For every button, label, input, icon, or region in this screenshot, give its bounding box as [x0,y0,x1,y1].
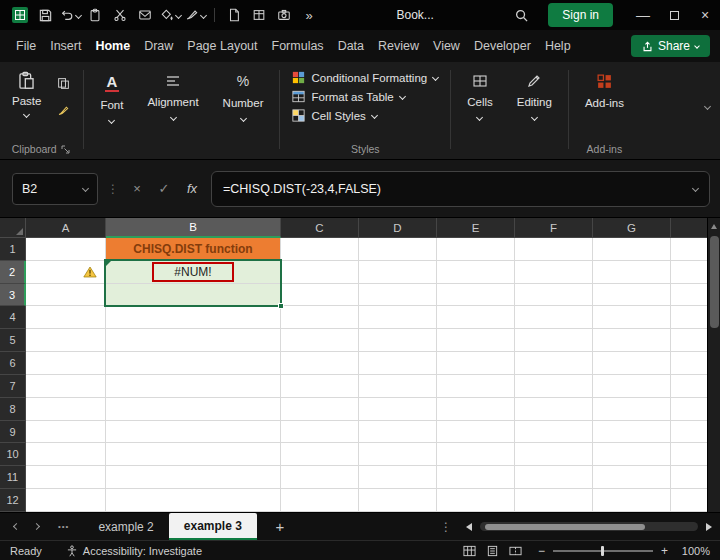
cell-D7[interactable] [359,375,437,398]
hscroll-right-arrow[interactable] [706,523,712,531]
zoom-thumb[interactable] [601,546,604,556]
zoom-out-button[interactable]: − [538,544,545,558]
cut-icon[interactable] [108,3,132,27]
cell-E9[interactable] [437,421,515,444]
addins-button[interactable]: Add-ins [573,62,636,109]
insert-function-button[interactable]: fx [182,181,202,196]
menu-tab-insert[interactable]: Insert [50,39,81,53]
cell-F2[interactable] [515,261,593,284]
camera-icon[interactable] [272,3,296,27]
name-box[interactable]: B2 [12,173,98,205]
cell-F7[interactable] [515,375,593,398]
undo-dropdown-icon[interactable] [74,11,81,18]
tab-scroll-left-icon[interactable] [8,524,24,529]
menu-tab-draw[interactable]: Draw [144,39,173,53]
cell-G5[interactable] [593,329,671,352]
cell-G1[interactable] [593,238,671,261]
cell-A2[interactable] [26,261,106,284]
cell-B7[interactable] [106,375,281,398]
normal-view-icon[interactable] [463,545,476,557]
column-header-G[interactable]: G [593,218,671,238]
cell-G4[interactable] [593,306,671,329]
copy-icon[interactable] [53,75,73,91]
cell-A1[interactable] [26,238,106,261]
format-as-table-button[interactable]: Format as Table [292,90,404,103]
cell-E3[interactable] [437,284,515,307]
cell-D9[interactable] [359,421,437,444]
page-layout-view-icon[interactable] [486,545,499,557]
cell-styles-button[interactable]: Cell Styles [292,109,376,122]
zoom-level[interactable]: 100% [676,545,710,557]
cell-F4[interactable] [515,306,593,329]
horizontal-scrollbar[interactable] [480,522,698,531]
scroll-up-icon[interactable] [711,224,717,229]
cell-E7[interactable] [437,375,515,398]
menu-tab-formulas[interactable]: Formulas [272,39,324,53]
row-header-3[interactable]: 3 [0,284,26,307]
column-header-C[interactable]: C [281,218,359,238]
cell-B2[interactable]: #NUM! [106,261,281,284]
cell-E11[interactable] [437,466,515,489]
row-header-4[interactable]: 4 [0,306,26,329]
cell-G3[interactable] [593,284,671,307]
fill-color-dropdown-icon[interactable] [174,11,181,18]
cell-A7[interactable] [26,375,106,398]
close-button[interactable]: × [690,0,720,30]
page-break-view-icon[interactable] [509,545,522,557]
hscroll-left-arrow[interactable] [466,523,472,531]
minimize-button[interactable]: — [628,0,658,30]
sheet-tab-example-3[interactable]: example 3 [169,513,257,540]
menu-tab-home[interactable]: Home [95,39,130,53]
share-button[interactable]: Share [631,35,710,57]
cell-F1[interactable] [515,238,593,261]
table-icon[interactable] [247,3,271,27]
cell-E5[interactable] [437,329,515,352]
search-icon[interactable] [509,3,533,27]
menu-tab-review[interactable]: Review [378,39,419,53]
cell-A5[interactable] [26,329,106,352]
cell-B1[interactable]: CHISQ.DIST function [106,238,281,261]
cancel-button[interactable]: × [128,181,146,196]
row-header-11[interactable]: 11 [0,466,26,489]
clipboard-icon[interactable] [83,3,107,27]
cell-G7[interactable] [593,375,671,398]
column-header-A[interactable]: A [26,218,106,238]
cell-E12[interactable] [437,489,515,512]
cell-E8[interactable] [437,398,515,421]
cell-G6[interactable] [593,352,671,375]
cell-A12[interactable] [26,489,106,512]
cell-C6[interactable] [281,352,359,375]
cell-F12[interactable] [515,489,593,512]
cell-D11[interactable] [359,466,437,489]
maximize-button[interactable] [659,0,689,30]
cell-G10[interactable] [593,443,671,466]
cells-group-button[interactable]: Cells [455,62,505,159]
new-document-icon[interactable] [222,3,246,27]
cell-D3[interactable] [359,284,437,307]
menu-tab-view[interactable]: View [433,39,460,53]
cell-D6[interactable] [359,352,437,375]
cell-C4[interactable] [281,306,359,329]
conditional-formatting-button[interactable]: Conditional Formatting [292,71,438,84]
cell-B9[interactable] [106,421,281,444]
row-header-7[interactable]: 7 [0,375,26,398]
paste-button[interactable]: Paste [2,62,51,117]
row-header-1[interactable]: 1 [0,238,26,261]
enter-button[interactable]: ✓ [155,181,173,196]
menu-tab-help[interactable]: Help [545,39,571,53]
cell-B8[interactable] [106,398,281,421]
zoom-slider[interactable] [553,545,653,557]
cell-A8[interactable] [26,398,106,421]
cell-C11[interactable] [281,466,359,489]
cell-E10[interactable] [437,443,515,466]
cell-A3[interactable] [26,284,106,307]
cell-B12[interactable] [106,489,281,512]
cell-A11[interactable] [26,466,106,489]
column-header-F[interactable]: F [515,218,593,238]
cell-C7[interactable] [281,375,359,398]
font-color-dropdown-icon[interactable] [199,11,206,18]
save-icon[interactable] [33,3,57,27]
sheet-tab-example-2[interactable]: example 2 [83,513,168,540]
editing-group-button[interactable]: Editing [505,62,564,159]
cell-A4[interactable] [26,306,106,329]
